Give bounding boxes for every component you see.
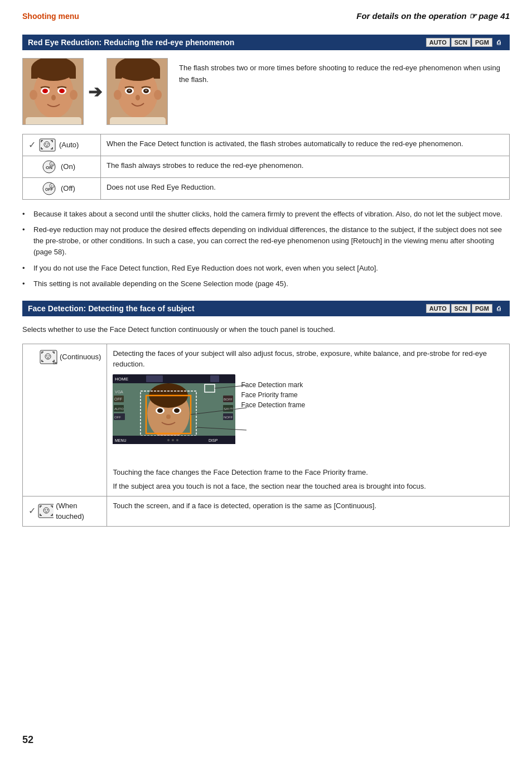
- badge2-grid: ⎙: [494, 304, 504, 313]
- shooting-menu-label: Shooting menu: [22, 12, 79, 21]
- svg-rect-49: [210, 375, 219, 382]
- label-face-detection-frame: Face Detection frame: [241, 400, 305, 410]
- option-icon-continuous: ON (Continuous): [23, 344, 107, 496]
- red-eye-section-title-bar: Red Eye Reduction: Reducing the red-eye …: [22, 35, 510, 50]
- svg-text:NOFF: NOFF: [224, 416, 233, 419]
- face-before-image: [22, 58, 84, 125]
- svg-text:ON: ON: [53, 361, 57, 364]
- option-desc-on: The flash always strobes to reduce the r…: [101, 156, 510, 178]
- page-number: 52: [22, 734, 33, 746]
- svg-text:MENU: MENU: [115, 438, 127, 442]
- label-face-priority-frame: Face Priority frame: [241, 390, 305, 400]
- svg-rect-27: [110, 117, 166, 125]
- svg-point-26: [136, 95, 140, 100]
- section2-title: Face Detection: Detecting the face of su…: [28, 304, 195, 313]
- svg-text:HOME: HOME: [115, 377, 128, 382]
- svg-rect-48: [146, 375, 163, 382]
- section2-badges: AUTO SCN PGM ⎙: [426, 304, 504, 313]
- option-icon-off: OFF F (Off): [23, 178, 101, 200]
- svg-text:AUTO: AUTO: [114, 407, 124, 411]
- option-row-on: ON N (On) The flash always strobes to re…: [23, 156, 510, 178]
- redeye-off-icon: OFF F: [41, 182, 57, 195]
- arrow-icon: ➔: [88, 82, 102, 102]
- badge-grid: ⎙: [494, 38, 504, 47]
- section2-intro: Selects whether to use the Face Detect f…: [22, 324, 510, 336]
- svg-point-31: [47, 143, 49, 144]
- badge2-auto: AUTO: [426, 304, 450, 313]
- red-eye-top-content: ➔: [22, 58, 510, 125]
- svg-point-8: [42, 89, 48, 93]
- face-images: ➔: [22, 58, 168, 125]
- svg-point-78: [172, 439, 174, 441]
- option-row-auto: ✓ (Auto): [23, 134, 510, 156]
- svg-text:SAUTO: SAUTO: [224, 407, 235, 411]
- badge-scn: SCN: [451, 38, 471, 47]
- auto-label: (Auto): [59, 139, 79, 151]
- svg-point-54: [157, 408, 163, 413]
- option-icon-on: ON N (On): [23, 156, 101, 178]
- svg-point-79: [176, 439, 178, 441]
- badge-auto: AUTO: [426, 38, 450, 47]
- badge2-scn: SCN: [451, 304, 471, 313]
- face-detect-diagram: HOME: [113, 374, 504, 460]
- note-2: • Red-eye reduction may not produce the …: [22, 224, 510, 258]
- face-detection-section-title-bar: Face Detection: Detecting the face of su…: [22, 301, 510, 316]
- section1-title: Red Eye Reduction: Reducing the red-eye …: [28, 38, 234, 47]
- svg-point-57: [166, 414, 171, 419]
- svg-point-85: [45, 509, 46, 510]
- face-after-image: [107, 58, 168, 125]
- svg-point-30: [45, 143, 46, 144]
- check-mark-auto: ✓: [28, 138, 36, 152]
- page-header: Shooting menu For details on the operati…: [22, 11, 510, 21]
- svg-text:DISP: DISP: [209, 438, 218, 442]
- option-desc-continuous: Detecting the faces of your subject will…: [107, 344, 510, 496]
- svg-point-6: [70, 90, 78, 100]
- check-mark-when-touched: ✓: [28, 504, 36, 518]
- option-desc-when-touched: Touch the screen, and if a face is detec…: [107, 496, 510, 526]
- face-touched-icon: [38, 504, 54, 518]
- svg-point-43: [49, 355, 50, 356]
- on-label: (On): [61, 161, 75, 172]
- note-4: • This setting is not available dependin…: [22, 278, 510, 290]
- option-icon-when-touched: ✓ (When touched): [23, 496, 107, 526]
- svg-point-19: [154, 90, 162, 100]
- svg-point-5: [30, 90, 37, 100]
- svg-text:VGA: VGA: [115, 390, 123, 394]
- option-desc-auto: When the Face Detect function is activat…: [101, 134, 510, 156]
- note-1: • Because it takes about a second until …: [22, 209, 510, 220]
- svg-text:F: F: [51, 185, 52, 188]
- section1-notes: • Because it takes about a second until …: [22, 209, 510, 290]
- continuous-desc2: Touching the face changes the Face Detec…: [113, 467, 504, 478]
- svg-point-77: [167, 439, 170, 441]
- section1-description: The flash strobes two or more times befo…: [179, 58, 510, 125]
- redeye-on-icon: ON N: [41, 160, 57, 173]
- svg-point-17: [117, 59, 159, 81]
- option-row-continuous: ON (Continuous) Detecting the faces of y…: [23, 344, 510, 496]
- option-row-off: OFF F (Off) Does not use Red Eye Reducti…: [23, 178, 510, 200]
- svg-point-56: [174, 408, 180, 413]
- face-continuous-icon: ON: [40, 350, 57, 364]
- face-detection-options-table: ON (Continuous) Detecting the faces of y…: [22, 344, 510, 527]
- continuous-label: (Continuous): [60, 351, 101, 363]
- svg-point-22: [128, 90, 130, 91]
- option-icon-auto: ✓ (Auto): [23, 134, 101, 156]
- svg-point-11: [51, 95, 56, 100]
- badge-pgm: PGM: [472, 38, 492, 47]
- svg-text:OFF: OFF: [114, 397, 122, 401]
- svg-point-42: [46, 355, 47, 356]
- section1-badges: AUTO SCN PGM ⎙: [426, 38, 504, 47]
- label-face-detection-mark: Face Detection mark: [241, 380, 305, 390]
- svg-point-25: [145, 90, 147, 91]
- option-row-when-touched: ✓ (When touched) T: [23, 496, 510, 526]
- svg-text:N: N: [51, 163, 53, 166]
- continuous-desc3: If the subject area you touch is not a f…: [113, 481, 504, 492]
- badge2-pgm: PGM: [472, 304, 492, 313]
- red-eye-options-table: ✓ (Auto): [22, 134, 510, 200]
- when-touched-label: (When touched): [56, 500, 101, 522]
- note-3: • If you do not use the Face Detect func…: [22, 263, 510, 274]
- svg-text:BOFF: BOFF: [224, 398, 233, 401]
- face-auto-icon: [39, 138, 56, 152]
- off-label: (Off): [61, 183, 75, 194]
- option-desc-off: Does not use Red Eye Reduction.: [101, 178, 510, 200]
- svg-point-4: [32, 59, 75, 81]
